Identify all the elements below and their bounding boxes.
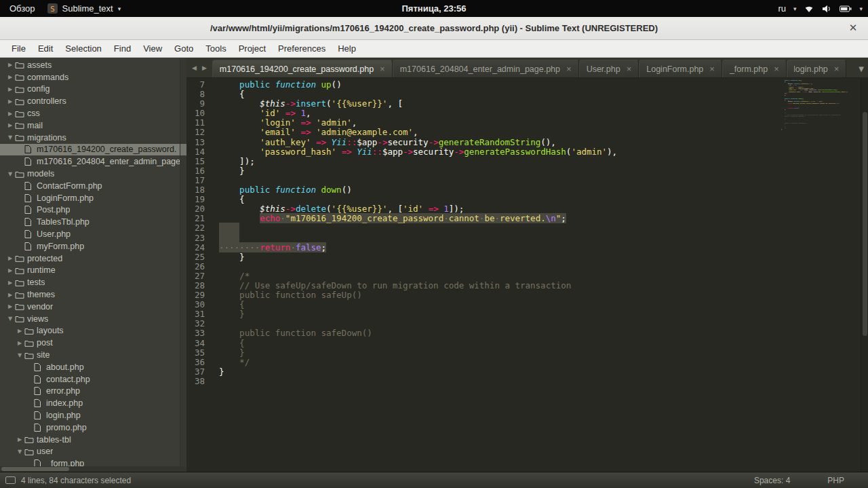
sidebar-folder-themes[interactable]: ▶themes	[0, 288, 186, 301]
chevron-right-icon[interactable]: ▶	[5, 280, 15, 286]
code-line-21[interactable]: 21 echo·"m170616_194200_create_password·…	[186, 214, 868, 223]
tab-close-icon[interactable]: ×	[627, 64, 632, 73]
sidebar-file-LoginForm.php[interactable]: LoginForm.php	[0, 192, 186, 204]
tab-User.php[interactable]: User.php×	[579, 60, 639, 77]
sidebar-folder-post[interactable]: ▶post	[0, 337, 186, 349]
code-line-31[interactable]: 31 }	[186, 309, 868, 319]
activities-button[interactable]: Обзор	[9, 3, 35, 14]
menu-view[interactable]: View	[137, 40, 168, 57]
sidebar-horizontal-scrollbar[interactable]	[0, 466, 186, 472]
sidebar-folder-commands[interactable]: ▶commands	[0, 71, 186, 83]
menu-selection[interactable]: Selection	[59, 40, 107, 57]
menu-tools[interactable]: Tools	[199, 40, 232, 57]
code-line-38[interactable]: 38	[186, 377, 868, 386]
sidebar-file-m170616_204804_enter_admin_page[interactable]: m170616_204804_enter_admin_page	[0, 155, 186, 168]
sidebar-file-index.php[interactable]: index.php	[0, 397, 186, 409]
sidebar-file-m170616_194200_create_password.[interactable]: m170616_194200_create_password.	[0, 144, 186, 156]
chevron-right-icon[interactable]: ▶	[5, 255, 15, 261]
sidebar-file-User.php[interactable]: User.php	[0, 228, 186, 240]
status-panel-icon[interactable]	[5, 476, 16, 484]
tab-_form.php[interactable]: _form.php×	[722, 60, 787, 77]
syntax-setting[interactable]: PHP	[827, 476, 844, 485]
chevron-right-icon[interactable]: ▶	[5, 62, 15, 68]
code-area[interactable]: 7 public function up()8 {9 $this->insert…	[186, 80, 868, 386]
chevron-right-icon[interactable]: ▶	[5, 98, 15, 105]
code-line-36[interactable]: 36 */	[186, 358, 868, 367]
code-line-10[interactable]: 10 'id' => 1,	[186, 109, 868, 118]
battery-icon[interactable]	[840, 5, 852, 12]
menu-preferences[interactable]: Preferences	[272, 40, 332, 57]
chevron-right-icon[interactable]: ▶	[5, 292, 15, 298]
chevron-right-icon[interactable]: ▶	[5, 303, 15, 309]
sidebar-file-myForm.php[interactable]: myForm.php	[0, 240, 186, 252]
sidebar-folder-mail[interactable]: ▶mail	[0, 119, 186, 132]
code-line-11[interactable]: 11 'login' => 'admin',	[186, 118, 868, 128]
scrollbar-thumb[interactable]	[863, 112, 867, 336]
code-line-16[interactable]: 16 }	[186, 166, 868, 176]
sidebar-file-ContactForm.php[interactable]: ContactForm.php	[0, 180, 186, 192]
sidebar-folder-site[interactable]: ▼site	[0, 349, 186, 361]
chevron-right-icon[interactable]: ▶	[15, 340, 24, 346]
sidebar-file-error.php[interactable]: error.php	[0, 386, 186, 398]
sidebar-folder-runtime[interactable]: ▶runtime	[0, 265, 186, 277]
tab-close-icon[interactable]: ×	[380, 64, 385, 73]
chevron-right-icon[interactable]: ▶	[5, 267, 15, 274]
chevron-down-icon[interactable]: ▼	[5, 134, 15, 140]
chevron-down-icon[interactable]: ▼	[5, 171, 15, 177]
chevron-right-icon[interactable]: ▶	[5, 122, 15, 128]
nav-back-button[interactable]: ◀	[192, 64, 197, 71]
code-line-26[interactable]: 26	[186, 262, 868, 271]
code-line-15[interactable]: 15 ]);	[186, 157, 868, 166]
code-line-29[interactable]: 29 public function safeUp()	[186, 290, 868, 300]
chevron-right-icon[interactable]: ▶	[15, 436, 24, 443]
clock[interactable]: Пятница, 23:56	[402, 3, 467, 14]
nav-forward-button[interactable]: ▶	[202, 64, 207, 71]
code-line-28[interactable]: 28 // Use safeUp/safeDown to run migrati…	[186, 281, 868, 290]
window-close-icon[interactable]: ✕	[846, 22, 860, 34]
language-indicator[interactable]: ru	[778, 3, 786, 14]
tab-overflow-button[interactable]: ▼	[859, 65, 864, 73]
sidebar-file-TablesTbl.php[interactable]: TablesTbl.php	[0, 216, 186, 228]
menu-goto[interactable]: Goto	[168, 40, 199, 57]
chevron-right-icon[interactable]: ▶	[5, 111, 15, 117]
code-line-27[interactable]: 27 /*	[186, 271, 868, 281]
sidebar-folder-assets[interactable]: ▶assets	[0, 59, 186, 71]
code-line-19[interactable]: 19 {	[186, 195, 868, 204]
menu-project[interactable]: Project	[233, 40, 272, 57]
sidebar-folder-layouts[interactable]: ▶layouts	[0, 325, 186, 337]
sidebar-file-contact.php[interactable]: contact.php	[0, 373, 186, 386]
chevron-right-icon[interactable]: ▶	[5, 74, 15, 80]
sidebar-folder-views[interactable]: ▼views	[0, 313, 186, 325]
code-line-8[interactable]: 8 {	[186, 90, 868, 99]
code-line-32[interactable]: 32	[186, 319, 868, 329]
code-line-13[interactable]: 13 'auth_key' => Yii::$app->security->ge…	[186, 138, 868, 147]
tab-LoginForm.php[interactable]: LoginForm.php×	[639, 60, 722, 77]
sidebar-file-login.php[interactable]: login.php	[0, 409, 186, 421]
tab-close-icon[interactable]: ×	[709, 64, 715, 73]
sidebar-folder-tables-tbl[interactable]: ▶tables-tbl	[0, 434, 186, 446]
code-line-25[interactable]: 25 }	[186, 252, 868, 262]
menu-find[interactable]: Find	[108, 40, 137, 57]
sidebar-vertical-scrollbar[interactable]	[180, 58, 186, 472]
sidebar-file-Post.php[interactable]: Post.php	[0, 204, 186, 217]
chevron-down-icon[interactable]: ▼	[5, 316, 15, 322]
sidebar-folder-migrations[interactable]: ▼migrations	[0, 132, 186, 144]
editor-vertical-scrollbar[interactable]	[861, 78, 868, 472]
sidebar-file-about.php[interactable]: about.php	[0, 361, 186, 373]
volume-icon[interactable]	[822, 5, 832, 13]
chevron-right-icon[interactable]: ▶	[5, 86, 15, 92]
tab-close-icon[interactable]: ×	[566, 64, 572, 73]
menu-edit[interactable]: Edit	[32, 40, 59, 57]
sidebar-folder-controllers[interactable]: ▶controllers	[0, 95, 186, 107]
code-line-14[interactable]: 14 'password_hash' => Yii::$app->securit…	[186, 147, 868, 157]
sidebar-folder-tests[interactable]: ▶tests	[0, 276, 186, 288]
indentation-setting[interactable]: Spaces: 4	[754, 476, 790, 485]
sidebar-folder-user[interactable]: ▼user	[0, 446, 186, 458]
sidebar-folder-vendor[interactable]: ▶vendor	[0, 301, 186, 313]
tab-close-icon[interactable]: ×	[774, 64, 779, 73]
code-line-22[interactable]: 22	[186, 223, 868, 233]
code-line-34[interactable]: 34 {	[186, 339, 868, 348]
network-icon[interactable]	[804, 5, 814, 13]
editor[interactable]: 7 public function up()8 {9 $this->insert…	[186, 78, 868, 472]
code-line-12[interactable]: 12 'email' => 'admin@example.com',	[186, 128, 868, 137]
